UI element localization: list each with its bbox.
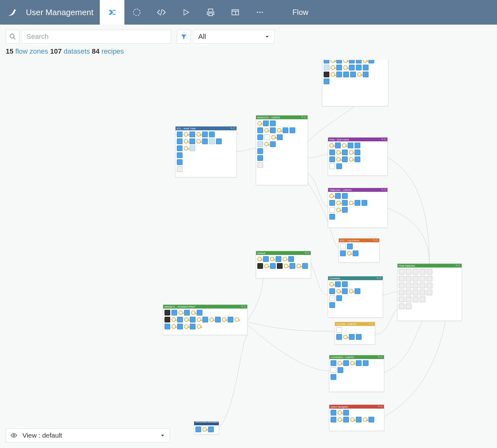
dataset-node[interactable] [368, 417, 374, 422]
model-node[interactable] [406, 269, 411, 274]
model-node[interactable] [406, 283, 411, 288]
model-node[interactable] [399, 269, 404, 274]
folder-node[interactable] [329, 207, 335, 213]
model-node[interactable] [420, 269, 425, 274]
dataset-node[interactable] [177, 159, 183, 165]
expand-icon[interactable]: ▢ [307, 252, 309, 254]
model-node[interactable] [427, 269, 432, 274]
dataset-node[interactable] [363, 360, 368, 366]
zones-link[interactable]: flow zones [15, 47, 48, 55]
recipe-node[interactable] [270, 257, 274, 261]
model-node[interactable] [427, 283, 432, 288]
dataset-node[interactable] [336, 163, 342, 169]
model-node[interactable] [257, 162, 263, 168]
zone-header[interactable]: LICENSES - USERS✎▢ [329, 355, 384, 359]
recipe-node[interactable] [202, 427, 207, 432]
recipe-node[interactable] [343, 335, 348, 339]
recipe-node[interactable] [329, 282, 334, 286]
dataset-node[interactable] [263, 256, 269, 262]
dataset-node[interactable] [342, 193, 348, 199]
model-node[interactable] [399, 290, 404, 295]
expand-icon[interactable]: ▢ [304, 116, 306, 119]
dataset-node[interactable] [342, 288, 348, 294]
recipe-node[interactable] [197, 317, 201, 322]
dataset-node[interactable] [335, 193, 341, 199]
connection-node[interactable] [165, 317, 170, 322]
model-node[interactable] [420, 290, 425, 295]
model-node[interactable] [399, 297, 404, 302]
zone-header[interactable]: Sales Navigator✎▢ [329, 405, 384, 409]
dataset-node[interactable] [355, 200, 360, 206]
expand-icon[interactable]: ▢ [244, 305, 246, 308]
recipe-node[interactable] [196, 139, 201, 144]
connection-node[interactable] [165, 310, 170, 315]
flow-zone[interactable]: Prep - Quit Users✎▢ [328, 137, 388, 176]
recipe-node[interactable] [338, 410, 342, 415]
recipes-link[interactable]: recipes [101, 47, 124, 55]
recipe-node[interactable] [338, 417, 342, 422]
zone-header[interactable]: Default✎▢ [256, 251, 311, 255]
zone-header[interactable]: AccountsExactMatch …✎▢ [194, 421, 219, 425]
recipe-node[interactable] [184, 146, 188, 150]
recipe-node[interactable] [264, 142, 269, 146]
recipe-node[interactable] [197, 324, 201, 329]
recipe-node[interactable] [184, 324, 189, 329]
recipe-node[interactable] [336, 157, 341, 162]
zone-header[interactable]: Connects✎▢ [328, 276, 383, 280]
dataset-node[interactable] [349, 65, 355, 70]
recipe-node[interactable] [349, 289, 353, 293]
dataset-node[interactable] [353, 251, 358, 256]
dataset-node[interactable] [216, 139, 222, 144]
folder-node[interactable] [329, 163, 335, 169]
dataset-node[interactable] [349, 60, 355, 63]
dataset-node[interactable] [302, 263, 308, 269]
dataset-node[interactable] [202, 139, 208, 144]
dataset-node[interactable] [331, 417, 336, 422]
zone-header[interactable]: Final Datasets✎▢ [398, 264, 462, 268]
dataset-node[interactable] [336, 334, 342, 340]
dataset-node[interactable] [348, 143, 353, 148]
project-title[interactable]: User Management [25, 8, 100, 17]
dataset-node[interactable] [195, 427, 201, 432]
model-node[interactable] [406, 304, 411, 309]
dataset-node[interactable] [347, 244, 353, 249]
dataset-node[interactable] [343, 410, 349, 416]
dataset-node[interactable] [177, 317, 183, 322]
flow-zone[interactable]: ETL - Audit Trails✎▢ [175, 126, 237, 177]
model-node[interactable] [427, 276, 432, 281]
dataset-node[interactable] [202, 132, 208, 137]
dataset-node[interactable] [329, 214, 335, 220]
dataset-node[interactable] [209, 132, 215, 137]
tab-print[interactable] [198, 0, 223, 25]
dataset-node[interactable] [363, 65, 368, 70]
tab-more[interactable] [248, 0, 272, 25]
edit-icon[interactable]: ✎ [381, 138, 383, 141]
dataset-node[interactable] [331, 374, 336, 380]
recipe-node[interactable] [184, 139, 188, 144]
dataset-node[interactable] [350, 72, 356, 77]
flow-zone[interactable]: Default✎▢ [256, 251, 311, 278]
dataset-node[interactable] [329, 150, 335, 155]
dataset-node[interactable] [331, 360, 336, 366]
recipe-node[interactable] [191, 310, 195, 315]
recipe-node[interactable] [329, 143, 334, 148]
expand-icon[interactable]: ▢ [379, 277, 381, 280]
recipe-node[interactable] [342, 143, 346, 148]
flow-zone[interactable]: LICENSES - USERS✎▢ [329, 355, 384, 392]
dataset-node[interactable] [355, 150, 360, 155]
dataset-node[interactable] [190, 324, 195, 329]
recipe-node[interactable] [336, 208, 341, 212]
dataset-node[interactable] [335, 281, 341, 287]
dataset-node[interactable] [356, 65, 362, 70]
dataset-node[interactable] [338, 367, 343, 373]
dataset-node[interactable] [356, 334, 362, 340]
dataset-node[interactable] [336, 65, 342, 70]
dataset-node[interactable] [324, 60, 329, 63]
recipe-node[interactable] [296, 264, 301, 268]
recipe-node[interactable] [184, 317, 189, 322]
expand-icon[interactable]: ▢ [380, 356, 383, 358]
recipe-node[interactable] [336, 289, 341, 293]
dataset-node[interactable] [329, 288, 335, 294]
connection-node[interactable] [324, 72, 329, 77]
dataset-node[interactable] [276, 256, 281, 262]
